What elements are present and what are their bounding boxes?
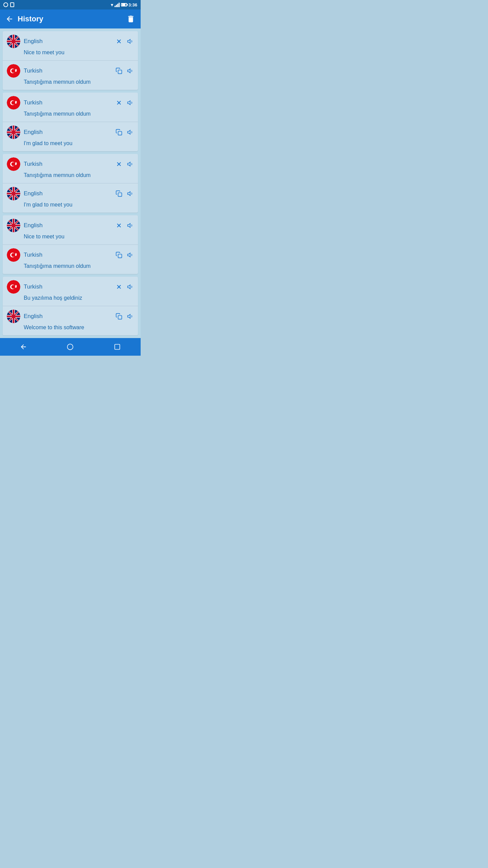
svg-point-16 (12, 69, 15, 73)
svg-marker-62 (128, 192, 130, 196)
lang-name: Turkish (24, 161, 42, 167)
lang-row: English Nice to meet you (3, 215, 138, 245)
notification-icon (3, 2, 8, 7)
lang-name: Turkish (24, 99, 42, 106)
nav-home-button[interactable] (63, 339, 78, 354)
lang-actions (116, 38, 134, 45)
lang-header: Turkish (7, 280, 134, 294)
status-bar-right: ▾ 3:36 (111, 2, 137, 7)
svg-marker-76 (128, 223, 130, 228)
speaker-button[interactable] (127, 252, 134, 258)
translation-text: Bu yazılıma hoş geldiniz (7, 294, 134, 302)
uk-flag-icon (7, 219, 20, 232)
uk-flag-icon (7, 35, 20, 48)
translation-text: Tanıştığıma memnun oldum (7, 262, 134, 271)
lang-actions (116, 252, 134, 258)
speaker-button[interactable] (127, 283, 134, 290)
svg-point-44 (12, 162, 15, 166)
lang-row: English I'm glad to meet you (3, 122, 138, 151)
translation-text: Nice to meet you (7, 233, 134, 241)
lang-name: English (24, 190, 43, 197)
lang-header: English (7, 219, 134, 232)
svg-point-38 (7, 125, 20, 139)
copy-button[interactable] (116, 190, 122, 197)
time-display: 3:36 (128, 2, 137, 7)
lang-actions (116, 99, 134, 106)
tr-flag-icon (7, 64, 20, 78)
lang-left: English (7, 310, 43, 323)
lang-row: Turkish Bu yazılıma hoş geldiniz (3, 277, 138, 306)
translation-group: Turkish Tanıştığıma memnun oldum English… (3, 93, 138, 151)
lang-left: Turkish (7, 280, 42, 294)
translation-text: Welcome to this software (7, 324, 134, 332)
lang-actions (116, 283, 134, 290)
copy-button[interactable] (116, 67, 122, 74)
svg-point-72 (7, 219, 20, 232)
speaker-button[interactable] (127, 190, 134, 197)
wifi-icon: ▾ (111, 2, 113, 7)
speaker-button[interactable] (127, 161, 134, 167)
lang-actions (116, 190, 134, 197)
lang-header: Turkish (7, 157, 134, 171)
uk-flag-icon (7, 187, 20, 200)
svg-point-105 (67, 344, 73, 350)
close-button[interactable] (116, 283, 122, 290)
app-bar-left: History (5, 15, 43, 23)
lang-left: Turkish (7, 96, 42, 110)
speaker-button[interactable] (127, 67, 134, 74)
speaker-button[interactable] (127, 38, 134, 45)
lang-left: English (7, 125, 43, 139)
lang-row: Turkish Tanıştığıma memnun oldum (3, 245, 138, 274)
speaker-button[interactable] (127, 129, 134, 136)
nav-back-button[interactable] (16, 339, 31, 354)
translation-text: Nice to meet you (7, 49, 134, 57)
copy-button[interactable] (116, 313, 122, 320)
close-button[interactable] (116, 38, 122, 45)
delete-button[interactable] (126, 15, 135, 23)
lang-row: English Nice to meet you (3, 31, 138, 61)
close-button[interactable] (116, 161, 122, 167)
lang-actions (116, 313, 134, 320)
lang-row: Turkish Tanıştığıma memnun oldum (3, 93, 138, 122)
lang-name: Turkish (24, 67, 42, 74)
page-title: History (18, 15, 43, 23)
copy-button[interactable] (116, 252, 122, 258)
svg-point-101 (7, 310, 20, 323)
svg-marker-13 (128, 39, 130, 43)
svg-marker-41 (128, 130, 130, 134)
translation-text: I'm glad to meet you (7, 201, 134, 209)
close-button[interactable] (116, 99, 122, 106)
svg-rect-103 (118, 316, 122, 319)
lang-name: Turkish (24, 283, 42, 290)
sd-card-icon (10, 2, 14, 7)
svg-rect-19 (118, 70, 122, 74)
lang-name: Turkish (24, 252, 42, 258)
lang-header: Turkish (7, 64, 134, 78)
svg-rect-61 (118, 193, 122, 197)
lang-header: Turkish (7, 96, 134, 110)
svg-rect-82 (118, 254, 122, 258)
nav-recent-button[interactable] (110, 339, 125, 354)
lang-header: Turkish (7, 248, 134, 262)
lang-left: English (7, 187, 43, 200)
close-button[interactable] (116, 222, 122, 229)
svg-marker-49 (128, 162, 130, 166)
svg-point-9 (7, 35, 20, 48)
speaker-button[interactable] (127, 313, 134, 320)
translation-group: English Nice to meet you Turkish Tanıştı… (3, 215, 138, 274)
back-button[interactable] (5, 15, 14, 23)
lang-row: English Welcome to this software (3, 306, 138, 335)
app-bar: History (0, 9, 141, 28)
signal-icon (115, 2, 120, 7)
svg-marker-28 (128, 101, 130, 105)
svg-point-86 (12, 285, 15, 289)
speaker-button[interactable] (127, 99, 134, 106)
lang-actions (116, 222, 134, 229)
svg-marker-91 (128, 285, 130, 289)
history-list: English Nice to meet you Turkish Tanıştı… (0, 28, 141, 338)
speaker-button[interactable] (127, 222, 134, 229)
lang-row: Turkish Tanıştığıma memnun oldum (3, 154, 138, 183)
copy-button[interactable] (116, 129, 122, 136)
tr-flag-icon (7, 96, 20, 110)
translation-text: Tanıştığıma memnun oldum (7, 172, 134, 180)
